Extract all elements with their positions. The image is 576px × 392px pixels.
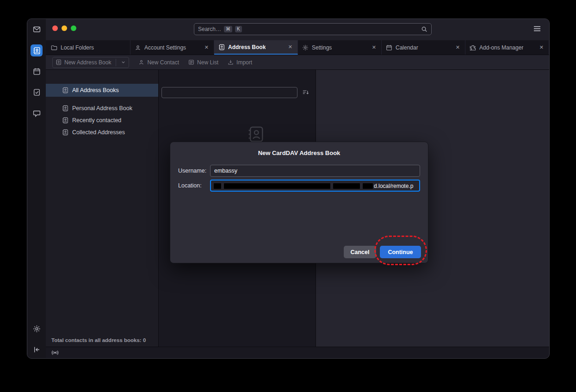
redaction-bar [363, 183, 373, 189]
tab-calendar[interactable]: Calendar ✕ [382, 40, 465, 55]
username-field[interactable] [210, 165, 420, 177]
tab-address-book[interactable]: Address Book ✕ [214, 40, 298, 55]
list-item-collected-addresses[interactable]: Collected Addresses [46, 126, 158, 138]
tab-local-folders[interactable]: Local Folders [47, 40, 130, 55]
total-contacts-status: Total contacts in all address books: 0 [51, 337, 146, 343]
list-item-label: All Address Books [72, 87, 119, 93]
maximize-window-button[interactable] [71, 25, 76, 31]
minimize-window-button[interactable] [62, 25, 67, 31]
mail-space-icon[interactable] [31, 23, 43, 35]
address-book-icon [62, 105, 68, 112]
new-address-book-label: New Address Book [64, 59, 111, 66]
close-tab-icon[interactable]: ✕ [539, 44, 545, 51]
title-bar: Search… ⌘ K [46, 19, 549, 40]
dialog-title: New CardDAV Address Book [170, 149, 428, 156]
app-menu-icon[interactable] [533, 25, 541, 32]
redaction-bar [214, 183, 221, 189]
import-label: Import [236, 59, 252, 66]
new-contact-icon [138, 59, 144, 65]
list-item-recently-contacted[interactable]: Recently contacted [46, 114, 158, 126]
tab-account-settings[interactable]: Account Settings ✕ [130, 40, 214, 55]
address-books-pane: All Address Books Personal Address Book … [46, 70, 159, 347]
thunderbird-window: Search… ⌘ K Local Folders Account Settin… [27, 19, 550, 359]
address-book-toolbar: New Address Book New Contact New List Im… [46, 55, 549, 70]
location-field[interactable]: d.local/remote.p [210, 180, 420, 192]
network-status-icon [51, 349, 59, 356]
address-book-icon [62, 117, 68, 124]
list-item-label: Recently contacted [72, 117, 121, 124]
spaces-toolbar [27, 19, 46, 358]
tab-strip: Local Folders Account Settings ✕ Address… [46, 40, 549, 55]
redaction-bar [333, 183, 360, 189]
new-list-icon [188, 59, 194, 65]
tab-label: Settings [312, 44, 332, 51]
search-placeholder: Search… [198, 26, 221, 32]
search-icon [421, 26, 427, 32]
k-key-badge: K [235, 26, 242, 32]
tab-label: Account Settings [144, 44, 186, 51]
status-bar [46, 347, 549, 358]
global-search-input[interactable]: Search… ⌘ K [194, 23, 432, 35]
folder-icon [51, 44, 57, 51]
new-list-button[interactable]: New List [188, 59, 218, 66]
tab-label: Calendar [396, 44, 418, 51]
close-tab-icon[interactable]: ✕ [204, 44, 210, 51]
gear-icon [302, 44, 309, 51]
display-options-icon[interactable] [302, 89, 309, 96]
contacts-search-input[interactable] [161, 87, 297, 98]
new-contact-button[interactable]: New Contact [138, 59, 179, 66]
calendar-space-icon[interactable] [31, 65, 43, 77]
collapse-spaces-icon[interactable] [31, 343, 43, 355]
settings-gear-icon[interactable] [31, 323, 43, 335]
location-label: Location: [178, 180, 202, 192]
close-tab-icon[interactable]: ✕ [455, 44, 461, 51]
new-address-book-button[interactable]: New Address Book [52, 57, 129, 68]
close-tab-icon[interactable]: ✕ [287, 44, 293, 50]
import-button[interactable]: Import [228, 59, 252, 66]
redaction-bar [224, 183, 330, 189]
new-list-label: New List [197, 59, 218, 66]
chat-space-icon[interactable] [31, 107, 43, 119]
address-book-icon [62, 87, 68, 93]
location-visible-text: d.local/remote.p [374, 183, 413, 189]
address-book-space-icon[interactable] [31, 44, 43, 56]
close-tab-icon[interactable]: ✕ [371, 44, 377, 51]
username-label: Username: [178, 165, 206, 177]
cmd-key-badge: ⌘ [224, 26, 232, 32]
continue-button[interactable]: Continue [380, 246, 421, 258]
account-settings-icon [135, 44, 141, 51]
tab-addons-manager[interactable]: Add-ons Manager ✕ [465, 40, 549, 55]
tab-label: Add-ons Manager [479, 44, 523, 51]
new-carddav-dialog: New CardDAV Address Book Username: Locat… [170, 142, 428, 263]
calendar-icon [386, 44, 392, 51]
chevron-down-icon[interactable] [121, 60, 126, 65]
new-contact-label: New Contact [147, 59, 179, 66]
list-item-personal-address-book[interactable]: Personal Address Book [46, 102, 158, 114]
empty-contacts-icon [247, 125, 265, 143]
tasks-space-icon[interactable] [31, 86, 43, 98]
import-icon [228, 59, 234, 65]
close-window-button[interactable] [52, 25, 58, 31]
tab-label: Address Book [228, 44, 266, 50]
address-book-icon [56, 59, 62, 65]
address-book-icon [62, 129, 68, 136]
cancel-button[interactable]: Cancel [344, 246, 376, 258]
address-book-icon [218, 44, 225, 50]
list-item-label: Collected Addresses [72, 129, 125, 136]
split-divider [116, 59, 116, 66]
list-item-all-address-books[interactable]: All Address Books [46, 84, 158, 97]
list-item-label: Personal Address Book [72, 105, 132, 112]
puzzle-icon [470, 44, 476, 51]
tab-label: Local Folders [61, 44, 94, 51]
tab-settings[interactable]: Settings ✕ [298, 40, 382, 55]
